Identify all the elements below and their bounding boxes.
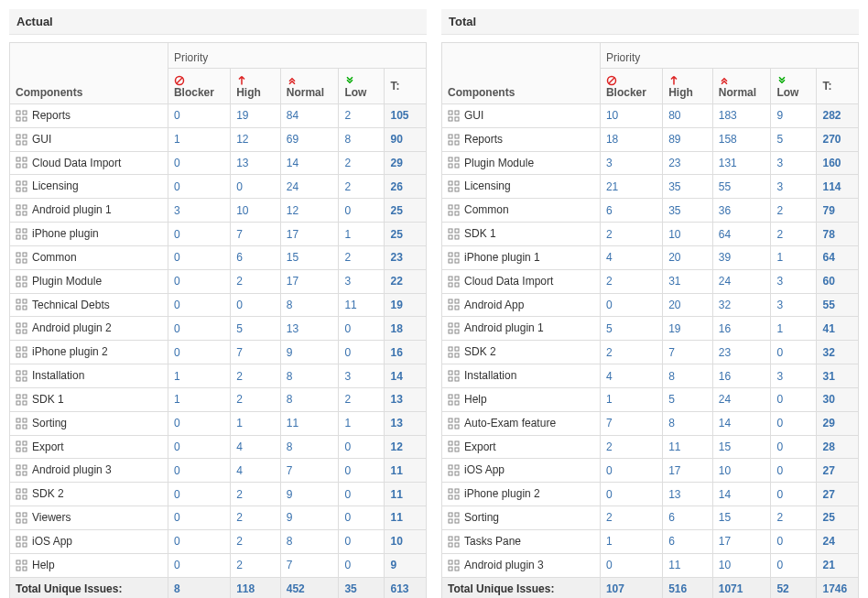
cell-low[interactable]: 0	[771, 435, 817, 459]
col-components[interactable]: Components	[10, 43, 168, 104]
cell-normal[interactable]: 12	[280, 199, 339, 223]
cell-row-total[interactable]: 9	[385, 553, 427, 577]
cell-blocker[interactable]: 2	[600, 341, 662, 364]
cell-low[interactable]: 5	[771, 127, 817, 151]
cell-normal[interactable]: 24	[712, 387, 771, 411]
cell-blocker[interactable]: 0	[600, 483, 662, 506]
col-components[interactable]: Components	[442, 43, 601, 104]
col-total[interactable]: T:	[817, 69, 859, 104]
cell-low[interactable]: 1	[339, 223, 385, 246]
cell-low[interactable]: 0	[339, 529, 385, 553]
cell-high[interactable]: 1	[231, 411, 281, 435]
cell-blocker[interactable]: 0	[168, 223, 230, 246]
component-cell[interactable]: Installation	[10, 364, 168, 388]
component-cell[interactable]: GUI	[10, 127, 168, 151]
component-cell[interactable]: iPhone plugin 1	[442, 245, 601, 269]
cell-blocker[interactable]: 7	[600, 411, 662, 435]
cell-low[interactable]: 3	[771, 175, 817, 199]
cell-normal[interactable]: 16	[712, 364, 771, 388]
cell-normal[interactable]: 17	[280, 269, 339, 293]
cell-row-total[interactable]: 22	[385, 269, 427, 293]
grand-total[interactable]: 613	[385, 577, 427, 598]
cell-blocker[interactable]: 1	[168, 387, 230, 411]
component-cell[interactable]: SDK 2	[442, 341, 601, 364]
cell-blocker[interactable]: 0	[168, 341, 230, 364]
cell-normal[interactable]: 39	[712, 245, 771, 269]
cell-normal[interactable]: 14	[712, 483, 771, 506]
cell-high[interactable]: 6	[231, 245, 281, 269]
cell-low[interactable]: 1	[339, 411, 385, 435]
cell-row-total[interactable]: 28	[817, 435, 859, 459]
cell-high[interactable]: 2	[231, 529, 281, 553]
cell-low[interactable]: 9	[771, 104, 817, 128]
cell-high[interactable]: 2	[231, 269, 281, 293]
cell-blocker[interactable]: 1	[168, 127, 230, 151]
cell-high[interactable]: 2	[231, 387, 281, 411]
cell-high[interactable]: 10	[663, 223, 713, 246]
cell-normal[interactable]: 17	[712, 529, 771, 553]
cell-low[interactable]: 0	[339, 435, 385, 459]
component-cell[interactable]: Licensing	[10, 175, 168, 199]
cell-high[interactable]: 20	[663, 293, 713, 317]
component-cell[interactable]: Viewers	[10, 506, 168, 530]
cell-blocker[interactable]: 4	[600, 364, 662, 388]
cell-blocker[interactable]: 0	[168, 151, 230, 175]
cell-low[interactable]: 3	[771, 151, 817, 175]
cell-normal[interactable]: 15	[712, 506, 771, 530]
cell-row-total[interactable]: 27	[817, 459, 859, 483]
cell-low[interactable]: 2	[339, 387, 385, 411]
cell-normal[interactable]: 10	[712, 553, 771, 577]
cell-blocker[interactable]: 0	[168, 483, 230, 506]
component-cell[interactable]: Tasks Pane	[442, 529, 601, 553]
cell-low[interactable]: 2	[339, 175, 385, 199]
component-cell[interactable]: Auto-Exam feature	[442, 411, 601, 435]
cell-row-total[interactable]: 11	[385, 506, 427, 530]
component-cell[interactable]: Reports	[442, 127, 601, 151]
cell-high[interactable]: 11	[663, 435, 713, 459]
cell-low[interactable]: 2	[771, 223, 817, 246]
cell-normal[interactable]: 32	[712, 293, 771, 317]
cell-normal[interactable]: 9	[280, 341, 339, 364]
total-normal[interactable]: 1071	[712, 577, 771, 598]
cell-row-total[interactable]: 13	[385, 411, 427, 435]
col-high[interactable]: High	[663, 69, 713, 104]
cell-normal[interactable]: 131	[712, 151, 771, 175]
cell-normal[interactable]: 14	[712, 411, 771, 435]
cell-blocker[interactable]: 21	[600, 175, 662, 199]
cell-row-total[interactable]: 11	[385, 459, 427, 483]
component-cell[interactable]: Technical Debts	[10, 293, 168, 317]
cell-normal[interactable]: 11	[280, 411, 339, 435]
component-cell[interactable]: Android plugin 2	[10, 317, 168, 341]
cell-row-total[interactable]: 114	[817, 175, 859, 199]
cell-low[interactable]: 0	[339, 553, 385, 577]
cell-row-total[interactable]: 23	[385, 245, 427, 269]
cell-high[interactable]: 20	[663, 245, 713, 269]
component-cell[interactable]: Common	[442, 199, 601, 223]
cell-high[interactable]: 2	[231, 553, 281, 577]
cell-blocker[interactable]: 1	[168, 364, 230, 388]
cell-normal[interactable]: 8	[280, 387, 339, 411]
cell-high[interactable]: 19	[231, 104, 281, 128]
cell-low[interactable]: 8	[339, 127, 385, 151]
cell-low[interactable]: 1	[771, 245, 817, 269]
total-blocker[interactable]: 107	[600, 577, 662, 598]
component-cell[interactable]: Help	[10, 553, 168, 577]
cell-normal[interactable]: 8	[280, 364, 339, 388]
cell-row-total[interactable]: 55	[817, 293, 859, 317]
cell-blocker[interactable]: 5	[600, 317, 662, 341]
total-low[interactable]: 52	[771, 577, 817, 598]
cell-blocker[interactable]: 0	[600, 293, 662, 317]
cell-high[interactable]: 31	[663, 269, 713, 293]
cell-normal[interactable]: 9	[280, 506, 339, 530]
cell-normal[interactable]: 9	[280, 483, 339, 506]
cell-high[interactable]: 0	[231, 293, 281, 317]
cell-row-total[interactable]: 79	[817, 199, 859, 223]
cell-blocker[interactable]: 4	[600, 245, 662, 269]
cell-high[interactable]: 8	[663, 364, 713, 388]
cell-row-total[interactable]: 270	[817, 127, 859, 151]
cell-low[interactable]: 3	[339, 269, 385, 293]
component-cell[interactable]: Export	[442, 435, 601, 459]
cell-low[interactable]: 2	[339, 104, 385, 128]
cell-low[interactable]: 0	[771, 387, 817, 411]
cell-row-total[interactable]: 19	[385, 293, 427, 317]
